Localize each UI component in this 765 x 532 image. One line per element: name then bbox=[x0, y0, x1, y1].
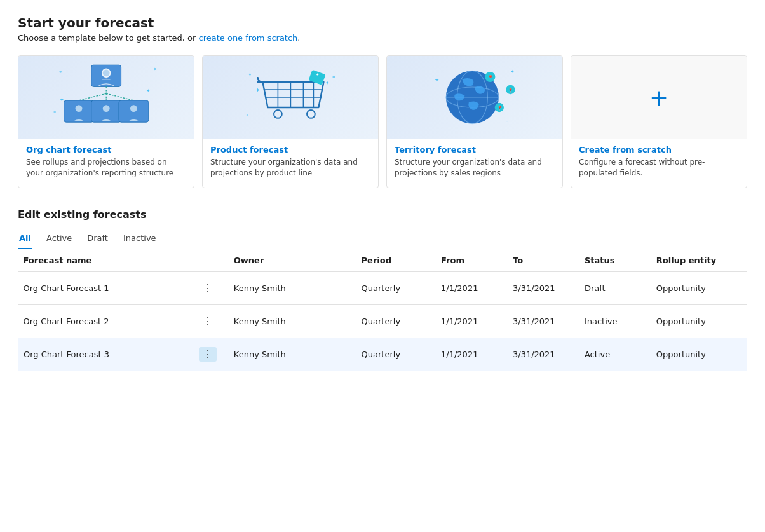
tab-active[interactable]: Active bbox=[45, 228, 73, 249]
svg-text:✦: ✦ bbox=[325, 80, 329, 86]
table-row: Org Chart Forecast 1 ⋮ Kenny Smith Quart… bbox=[18, 271, 747, 304]
svg-point-11 bbox=[75, 105, 82, 112]
create-from-scratch-link[interactable]: create one from scratch bbox=[199, 33, 298, 43]
col-header-name: Forecast name bbox=[18, 249, 194, 272]
template-card-scratch[interactable]: + Create from scratch Configure a foreca… bbox=[571, 55, 747, 188]
forecasts-table-wrapper: Forecast name Owner Period From To Statu… bbox=[18, 249, 747, 371]
svg-line-9 bbox=[106, 93, 133, 100]
template-desc-org-chart: See rollups and projections based on you… bbox=[26, 157, 186, 179]
table-header-row: Forecast name Owner Period From To Statu… bbox=[18, 249, 747, 272]
cell-forecast-name-1: Org Chart Forecast 1 bbox=[18, 271, 194, 304]
cell-period-3: Quarterly bbox=[356, 338, 436, 371]
svg-point-15 bbox=[130, 105, 137, 112]
cell-more-3[interactable]: ⋮ bbox=[194, 338, 229, 371]
cell-to-2: 3/31/2021 bbox=[508, 304, 579, 338]
svg-text:·: · bbox=[321, 116, 322, 121]
col-header-owner: Owner bbox=[229, 249, 356, 272]
templates-row: ✦ ✦ Org chart forecast See rollups and p… bbox=[18, 55, 747, 188]
tab-all[interactable]: All bbox=[18, 228, 32, 249]
template-card-product[interactable]: ✦ ✦ · Product forecast Structure your or… bbox=[202, 55, 379, 188]
template-image-scratch: + bbox=[571, 56, 747, 139]
template-image-org-chart: ✦ ✦ bbox=[18, 56, 194, 139]
table-row: Org Chart Forecast 2 ⋮ Kenny Smith Quart… bbox=[18, 304, 747, 338]
template-card-org-chart[interactable]: ✦ ✦ Org chart forecast See rollups and p… bbox=[18, 55, 194, 188]
template-desc-territory: Structure your organization's data and p… bbox=[395, 157, 555, 179]
more-button-3[interactable]: ⋮ bbox=[199, 347, 217, 362]
template-title-territory: Territory forecast bbox=[395, 145, 555, 154]
svg-text:✦: ✦ bbox=[146, 87, 150, 93]
cell-rollup-2: Opportunity bbox=[651, 304, 747, 338]
col-header-status: Status bbox=[579, 249, 651, 272]
svg-point-19 bbox=[332, 76, 335, 78]
template-title-product: Product forecast bbox=[210, 145, 370, 154]
cell-status-2: Inactive bbox=[579, 304, 651, 338]
svg-point-28 bbox=[307, 110, 315, 118]
svg-text:✦: ✦ bbox=[255, 86, 260, 93]
cell-rollup-3: Opportunity bbox=[651, 338, 747, 371]
template-card-territory[interactable]: 📍 📍 📍 ✦ ✦ · Territory forecast Structure… bbox=[386, 55, 563, 188]
forecasts-table: Forecast name Owner Period From To Statu… bbox=[18, 249, 747, 371]
cell-to-1: 3/31/2021 bbox=[508, 271, 579, 304]
cell-from-2: 1/1/2021 bbox=[436, 304, 508, 338]
cell-owner-1: Kenny Smith bbox=[229, 271, 356, 304]
svg-point-27 bbox=[274, 110, 282, 118]
svg-point-18 bbox=[248, 73, 250, 75]
tabs-bar: All Active Draft Inactive bbox=[18, 228, 747, 249]
template-title-scratch: Create from scratch bbox=[579, 145, 739, 154]
svg-point-20 bbox=[246, 114, 248, 116]
cell-more-1[interactable]: ⋮ bbox=[194, 271, 229, 304]
col-header-period: Period bbox=[356, 249, 436, 272]
svg-point-0 bbox=[59, 71, 62, 73]
svg-text:✦: ✦ bbox=[510, 69, 514, 74]
template-desc-product: Structure your organization's data and p… bbox=[210, 157, 370, 179]
cell-more-2[interactable]: ⋮ bbox=[194, 304, 229, 338]
col-header-to: To bbox=[508, 249, 579, 272]
section-title-existing: Edit existing forecasts bbox=[18, 208, 747, 221]
template-desc-scratch: Configure a forecast without pre-populat… bbox=[579, 157, 739, 179]
cell-forecast-name-2: Org Chart Forecast 2 bbox=[18, 304, 194, 338]
cell-status-3: Active bbox=[579, 338, 651, 371]
col-header-actions bbox=[194, 249, 229, 272]
cell-rollup-1: Opportunity bbox=[651, 271, 747, 304]
svg-text:✦: ✦ bbox=[59, 96, 64, 102]
svg-line-7 bbox=[79, 93, 106, 100]
cell-period-2: Quarterly bbox=[356, 304, 436, 338]
cell-owner-3: Kenny Smith bbox=[229, 338, 356, 371]
cell-from-1: 1/1/2021 bbox=[436, 271, 508, 304]
svg-text:📍: 📍 bbox=[487, 74, 494, 81]
cell-period-1: Quarterly bbox=[356, 271, 436, 304]
cell-to-3: 3/31/2021 bbox=[508, 338, 579, 371]
svg-point-13 bbox=[103, 105, 110, 112]
col-header-from: From bbox=[436, 249, 508, 272]
svg-text:✦: ✦ bbox=[434, 76, 439, 83]
more-button-1[interactable]: ⋮ bbox=[199, 281, 217, 296]
template-image-product: ✦ ✦ · bbox=[203, 56, 378, 139]
more-button-2[interactable]: ⋮ bbox=[199, 314, 217, 329]
page-subtitle: Choose a template below to get started, … bbox=[18, 33, 747, 43]
svg-text:📍: 📍 bbox=[508, 88, 513, 93]
svg-text:·: · bbox=[506, 119, 508, 124]
page-title: Start your forecast bbox=[18, 15, 747, 31]
svg-point-2 bbox=[53, 111, 56, 113]
col-header-rollup: Rollup entity bbox=[651, 249, 747, 272]
cell-owner-2: Kenny Smith bbox=[229, 304, 356, 338]
svg-text:📍: 📍 bbox=[496, 106, 502, 111]
template-title-org-chart: Org chart forecast bbox=[26, 145, 186, 154]
cell-from-3: 1/1/2021 bbox=[436, 338, 508, 371]
cell-forecast-name-3: Org Chart Forecast 3 bbox=[18, 338, 194, 371]
tab-inactive[interactable]: Inactive bbox=[122, 228, 158, 249]
table-row: Org Chart Forecast 3 ⋮ Kenny Smith Quart… bbox=[18, 338, 747, 371]
svg-point-1 bbox=[154, 67, 156, 70]
template-image-territory: 📍 📍 📍 ✦ ✦ · bbox=[387, 56, 562, 139]
svg-point-30 bbox=[316, 73, 318, 75]
tab-draft[interactable]: Draft bbox=[86, 228, 109, 249]
plus-icon: + bbox=[649, 85, 668, 111]
cell-status-1: Draft bbox=[579, 271, 651, 304]
svg-point-5 bbox=[103, 69, 110, 76]
